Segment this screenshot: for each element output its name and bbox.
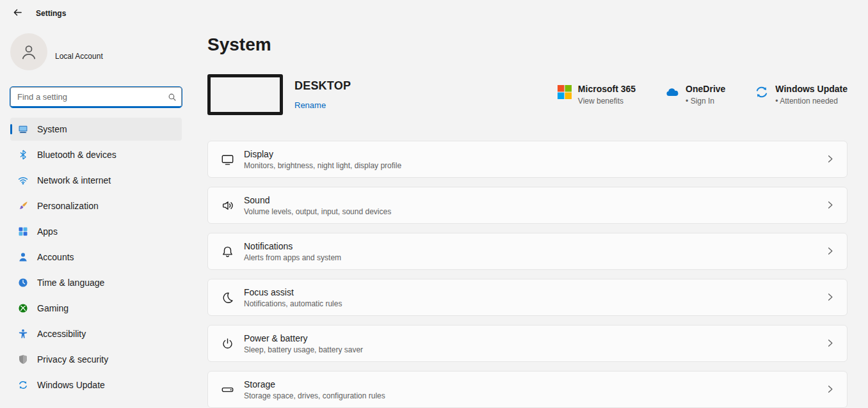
sidebar-item-gaming[interactable]: Gaming [10, 297, 182, 320]
status-title: OneDrive [686, 84, 725, 94]
sidebar-item-label: Apps [37, 226, 58, 237]
app-title: Settings [36, 9, 66, 18]
chevron-right-icon [825, 338, 835, 349]
sidebar-item-system[interactable]: System [10, 118, 182, 141]
storage-drive-icon [220, 382, 235, 397]
brush-icon [18, 201, 28, 211]
sidebar-item-label: System [37, 124, 67, 134]
status-onedrive[interactable]: OneDrive • Sign In [665, 84, 725, 106]
setting-title: Focus assist [244, 287, 342, 297]
sidebar-nav: System Bluetooth & devices Network & int… [10, 118, 182, 396]
setting-title: Storage [244, 379, 385, 389]
sidebar-item-label: Accounts [37, 252, 74, 262]
device-image [207, 74, 283, 115]
setting-subtitle: Volume levels, output, input, sound devi… [244, 207, 391, 216]
sidebar-item-network-internet[interactable]: Network & internet [10, 169, 182, 192]
setting-row-storage[interactable]: Storage Storage space, drives, configura… [207, 371, 848, 408]
windows-update-icon [18, 380, 28, 390]
device-header: DESKTOP Rename Microsoft 365 View benefi… [207, 74, 848, 115]
sidebar-item-label: Time & language [37, 278, 104, 288]
chevron-right-icon [825, 154, 835, 164]
status-subtitle: • Attention needed [775, 97, 848, 106]
account-name: Local Account [55, 52, 103, 61]
accessibility-person-icon [18, 329, 28, 339]
sidebar-item-accessibility[interactable]: Accessibility [10, 322, 182, 345]
settings-list: Display Monitors, brightness, night ligh… [207, 141, 848, 408]
sidebar-item-privacy-security[interactable]: Privacy & security [10, 348, 182, 371]
device-wallpaper [207, 74, 283, 115]
sidebar-item-accounts[interactable]: Accounts [10, 246, 182, 269]
rename-link[interactable]: Rename [294, 100, 351, 110]
setting-title: Notifications [244, 241, 341, 251]
device-name: DESKTOP [294, 79, 351, 93]
sidebar-item-time-language[interactable]: Time & language [10, 271, 182, 294]
chevron-right-icon [825, 246, 835, 256]
titlebar: Settings [8, 5, 66, 22]
sidebar-item-personalization[interactable]: Personalization [10, 194, 182, 217]
xbox-icon [18, 303, 28, 313]
main-content: System DESKTOP Rename Microsoft 365 View… [207, 33, 848, 408]
wifi-icon [18, 175, 28, 185]
device-info: DESKTOP Rename [294, 79, 351, 110]
onedrive-cloud-icon [665, 85, 679, 99]
status-title: Microsoft 365 [578, 84, 636, 94]
windows-update-sync-icon [755, 85, 769, 99]
person-icon [19, 40, 38, 64]
sidebar-item-label: Windows Update [37, 380, 105, 390]
status-windows-update[interactable]: Windows Update • Attention needed [755, 84, 848, 106]
display-icon [220, 152, 235, 167]
power-icon [220, 336, 235, 351]
setting-title: Sound [244, 195, 391, 205]
status-group: Microsoft 365 View benefits OneDrive • S… [558, 84, 848, 106]
setting-subtitle: Alerts from apps and system [244, 253, 341, 262]
sidebar-item-label: Privacy & security [37, 354, 108, 365]
avatar [10, 33, 47, 70]
setting-subtitle: Notifications, automatic rules [244, 299, 342, 308]
search-input[interactable] [11, 92, 163, 102]
status-subtitle: • Sign In [686, 97, 725, 106]
setting-title: Display [244, 149, 401, 159]
bluetooth-icon [18, 150, 28, 160]
sidebar-item-label: Bluetooth & devices [37, 150, 117, 160]
bell-icon [220, 244, 235, 259]
search-icon[interactable] [163, 93, 181, 102]
chevron-right-icon [825, 292, 835, 302]
setting-subtitle: Storage space, drives, configuration rul… [244, 391, 385, 400]
sidebar-item-label: Personalization [37, 201, 99, 211]
sound-icon [220, 198, 235, 213]
chevron-right-icon [825, 200, 835, 210]
setting-title: Power & battery [244, 333, 363, 343]
back-button[interactable] [8, 5, 27, 22]
status-subtitle: View benefits [578, 97, 636, 106]
sidebar-item-windows-update[interactable]: Windows Update [10, 373, 182, 396]
sidebar-item-apps[interactable]: Apps [10, 220, 182, 243]
sidebar-item-label: Gaming [37, 303, 68, 313]
microsoft-logo-icon [558, 85, 572, 99]
moon-icon [220, 290, 235, 305]
shield-icon [18, 354, 28, 365]
back-arrow-icon [13, 8, 22, 19]
setting-subtitle: Sleep, battery usage, battery saver [244, 345, 363, 354]
sidebar-item-bluetooth-devices[interactable]: Bluetooth & devices [10, 143, 182, 166]
sidebar: Local Account System Bluetooth & devices [10, 32, 182, 399]
page-title: System [207, 33, 848, 56]
status-microsoft-365[interactable]: Microsoft 365 View benefits [558, 84, 636, 106]
settings-window: Settings Local Account System [0, 0, 868, 408]
status-title: Windows Update [775, 84, 848, 94]
setting-row-sound[interactable]: Sound Volume levels, output, input, soun… [207, 187, 848, 224]
account-row[interactable]: Local Account [10, 32, 182, 72]
setting-row-power-battery[interactable]: Power & battery Sleep, battery usage, ba… [207, 325, 848, 362]
setting-row-focus-assist[interactable]: Focus assist Notifications, automatic ru… [207, 279, 848, 316]
setting-row-notifications[interactable]: Notifications Alerts from apps and syste… [207, 233, 848, 270]
setting-row-display[interactable]: Display Monitors, brightness, night ligh… [207, 141, 848, 178]
sidebar-item-label: Accessibility [37, 329, 86, 339]
apps-grid-icon [18, 226, 28, 237]
chevron-right-icon [825, 384, 835, 395]
setting-subtitle: Monitors, brightness, night light, displ… [244, 161, 401, 170]
search-box[interactable] [10, 87, 182, 107]
accounts-person-icon [18, 252, 28, 262]
system-icon [18, 124, 28, 134]
clock-globe-icon [18, 278, 28, 288]
sidebar-item-label: Network & internet [37, 175, 111, 185]
